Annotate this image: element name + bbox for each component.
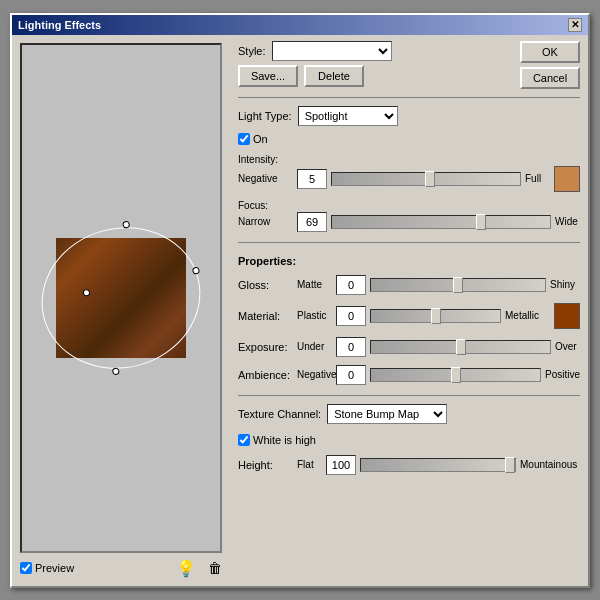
- gloss-right-label: Shiny: [550, 279, 580, 290]
- preview-icons: 💡 🗑: [176, 559, 222, 578]
- ambience-value[interactable]: [336, 365, 366, 385]
- gloss-label: Gloss:: [238, 279, 293, 291]
- on-label: On: [253, 133, 268, 145]
- on-checkbox-row: On: [238, 133, 580, 145]
- intensity-left-label: Negative: [238, 173, 293, 184]
- white-is-high-row: White is high: [238, 434, 580, 446]
- right-control-point[interactable]: [192, 266, 201, 275]
- material-right-label: Metallic: [505, 310, 550, 321]
- intensity-header: Intensity:: [238, 154, 580, 165]
- focus-controls: Narrow Wide: [238, 212, 580, 232]
- gloss-controls: Gloss: Matte Shiny: [238, 275, 580, 295]
- intensity-slider[interactable]: [331, 172, 521, 186]
- intensity-label: Intensity:: [238, 154, 278, 165]
- separator-1: [238, 97, 580, 98]
- ambience-left-label: Negative: [297, 369, 332, 380]
- dialog-title: Lighting Effects: [18, 19, 101, 31]
- material-left-label: Plastic: [297, 310, 332, 321]
- focus-left-label: Narrow: [238, 216, 293, 227]
- top-control-point[interactable]: [122, 220, 131, 229]
- gloss-slider[interactable]: [370, 278, 546, 292]
- title-bar: Lighting Effects ✕: [12, 15, 588, 35]
- style-row: Style:: [238, 41, 514, 61]
- material-value[interactable]: [336, 306, 366, 326]
- preview-checkbox-label[interactable]: Preview: [20, 562, 74, 574]
- height-value[interactable]: [326, 455, 356, 475]
- left-panel: Preview 💡 🗑: [12, 35, 230, 586]
- focus-header: Focus:: [238, 200, 580, 211]
- ok-cancel-area: OK Cancel: [520, 41, 580, 89]
- material-color-swatch[interactable]: [554, 303, 580, 329]
- gloss-value[interactable]: [336, 275, 366, 295]
- ambience-right-label: Positive: [545, 369, 580, 380]
- height-label: Height:: [238, 459, 293, 471]
- height-slider[interactable]: [360, 458, 516, 472]
- intensity-color-swatch[interactable]: [554, 166, 580, 192]
- preview-controls: Preview 💡 🗑: [20, 559, 222, 578]
- properties-label: Properties:: [238, 255, 580, 267]
- exposure-row: Exposure: Under Over: [238, 337, 580, 357]
- style-label: Style:: [238, 45, 266, 57]
- white-is-high-label: White is high: [253, 434, 316, 446]
- material-label: Material:: [238, 310, 293, 322]
- preview-image: [56, 238, 186, 358]
- texture-channel-label: Texture Channel:: [238, 408, 321, 420]
- focus-right-label: Wide: [555, 216, 580, 227]
- exposure-right-label: Over: [555, 341, 580, 352]
- trash-icon[interactable]: 🗑: [208, 560, 222, 576]
- light-type-row: Light Type: Spotlight Omni Directional: [238, 106, 580, 126]
- texture-channel-row: Texture Channel: Stone Bump Map None Red…: [238, 404, 580, 424]
- gloss-row: Gloss: Matte Shiny: [238, 275, 580, 295]
- texture-channel-select[interactable]: Stone Bump Map None Red Green Blue: [327, 404, 447, 424]
- gloss-left-label: Matte: [297, 279, 332, 290]
- preview-checkbox[interactable]: [20, 562, 32, 574]
- ambience-slider[interactable]: [370, 368, 541, 382]
- intensity-right-label: Full: [525, 173, 550, 184]
- exposure-slider[interactable]: [370, 340, 551, 354]
- exposure-controls: Exposure: Under Over: [238, 337, 580, 357]
- light-type-label: Light Type:: [238, 110, 292, 122]
- white-is-high-checkbox[interactable]: [238, 434, 250, 446]
- focus-value[interactable]: [297, 212, 327, 232]
- save-button[interactable]: Save...: [238, 65, 298, 87]
- intensity-value[interactable]: [297, 169, 327, 189]
- delete-button[interactable]: Delete: [304, 65, 364, 87]
- height-row: Height: Flat Mountainous: [238, 455, 580, 475]
- save-delete-row: Save... Delete: [238, 65, 514, 87]
- focus-slider[interactable]: [331, 215, 551, 229]
- cancel-button[interactable]: Cancel: [520, 67, 580, 89]
- intensity-controls: Negative Full: [238, 166, 580, 192]
- preview-canvas: [22, 45, 220, 551]
- focus-row: Focus: Narrow Wide: [238, 200, 580, 232]
- lightbulb-icon[interactable]: 💡: [176, 559, 196, 578]
- material-controls: Material: Plastic Metallic: [238, 303, 580, 329]
- preview-area: [20, 43, 222, 553]
- ambience-label: Ambience:: [238, 369, 293, 381]
- lighting-effects-dialog: Lighting Effects ✕: [10, 13, 590, 588]
- material-row: Material: Plastic Metallic: [238, 303, 580, 329]
- focus-label: Focus:: [238, 200, 268, 211]
- close-button[interactable]: ✕: [568, 18, 582, 32]
- light-type-select[interactable]: Spotlight Omni Directional: [298, 106, 398, 126]
- on-checkbox[interactable]: [238, 133, 250, 145]
- style-select[interactable]: [272, 41, 392, 61]
- exposure-left-label: Under: [297, 341, 332, 352]
- ambience-row: Ambience: Negative Positive: [238, 365, 580, 385]
- separator-3: [238, 395, 580, 396]
- material-slider[interactable]: [370, 309, 501, 323]
- height-controls: Height: Flat Mountainous: [238, 455, 580, 475]
- preview-label: Preview: [35, 562, 74, 574]
- style-area: Style: Save... Delete: [238, 41, 514, 87]
- intensity-row: Intensity: Negative Full: [238, 154, 580, 192]
- style-ok-area: Style: Save... Delete OK Cancel: [238, 41, 580, 89]
- right-panel: Style: Save... Delete OK Cancel: [230, 35, 588, 586]
- bottom-control-point[interactable]: [112, 366, 121, 375]
- height-left-label: Flat: [297, 459, 322, 470]
- exposure-label: Exposure:: [238, 341, 293, 353]
- exposure-value[interactable]: [336, 337, 366, 357]
- height-right-label: Mountainous: [520, 459, 580, 470]
- ambience-controls: Ambience: Negative Positive: [238, 365, 580, 385]
- separator-2: [238, 242, 580, 243]
- ok-button[interactable]: OK: [520, 41, 580, 63]
